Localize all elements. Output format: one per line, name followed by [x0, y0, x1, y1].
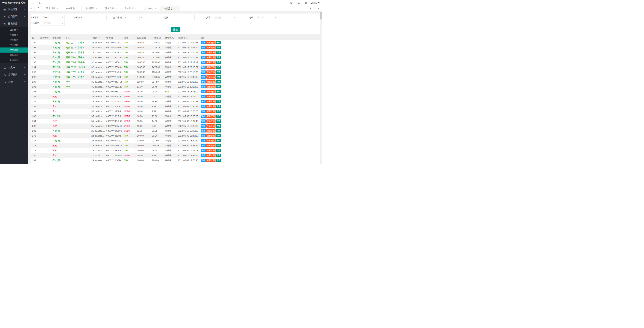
review-button[interactable]: 审核 — [201, 56, 206, 59]
tab-member-center[interactable]: 会员中心× — [140, 6, 160, 11]
details-button[interactable]: 详情 — [216, 105, 221, 108]
view-transaction-button[interactable]: 查看交易 — [206, 90, 216, 93]
details-button[interactable]: 详情 — [216, 41, 221, 44]
view-transaction-button[interactable]: 查看交易 — [206, 154, 216, 157]
review-button[interactable]: 审核 — [201, 120, 206, 123]
review-button[interactable]: 审核 — [201, 80, 206, 84]
details-button[interactable]: 详情 — [216, 110, 221, 113]
details-button[interactable]: 详情 — [216, 100, 221, 103]
sidebar-item-member-management[interactable]: 会员管理 — [0, 13, 28, 20]
tab-close-icon[interactable]: × — [135, 7, 136, 10]
review-button[interactable]: 审核 — [201, 51, 206, 54]
sidebar-item-accounts[interactable]: 出入账 — [0, 64, 28, 71]
game-select[interactable]: -请选择- — [255, 15, 278, 20]
review-button[interactable]: 审核 — [201, 110, 206, 113]
sidebar-subitem-bet-flow[interactable]: 投注流水 — [0, 43, 28, 48]
view-transaction-button[interactable]: 查看交易 — [206, 134, 216, 137]
details-button[interactable]: 详情 — [216, 159, 221, 162]
details-button[interactable]: 详情 — [216, 154, 221, 157]
view-transaction-button[interactable]: 查看交易 — [206, 56, 216, 59]
view-transaction-button[interactable]: 查看交易 — [206, 105, 216, 108]
tab-close-icon[interactable]: × — [155, 7, 156, 10]
search-content-input[interactable] — [84, 15, 106, 20]
review-button[interactable]: 审核 — [201, 134, 206, 137]
view-transaction-button[interactable]: 查看交易 — [206, 75, 216, 79]
search-type-select[interactable]: 用户名 — [41, 15, 64, 20]
user-menu[interactable]: admin — [310, 0, 320, 6]
tab-home[interactable] — [34, 6, 42, 11]
details-button[interactable]: 详情 — [216, 139, 221, 142]
tab-win-flow[interactable]: 中奖流水× — [160, 6, 180, 11]
sidebar-item-system-settings[interactable]: 系统设定 — [0, 6, 28, 13]
review-button[interactable]: 审核 — [201, 159, 206, 162]
tab-basic-settings[interactable]: 基本设置× — [42, 6, 62, 11]
view-transaction-button[interactable]: 查看交易 — [206, 61, 216, 64]
refresh-icon[interactable] — [38, 0, 43, 6]
sidebar-subitem-rebate-flow[interactable]: 返水流水 — [0, 58, 28, 63]
details-button[interactable]: 详情 — [216, 71, 221, 74]
review-button[interactable]: 审核 — [201, 95, 206, 98]
tab-app-help[interactable]: APP帮助× — [62, 6, 82, 11]
review-button[interactable]: 审核 — [201, 115, 206, 118]
review-button[interactable]: 审核 — [201, 139, 206, 142]
vertical-scrollbar[interactable] — [320, 12, 322, 20]
view-transaction-button[interactable]: 查看交易 — [206, 115, 216, 118]
bet-status-select[interactable]: -请选择- — [41, 21, 64, 26]
sidebar-subitem-commission-flow[interactable]: 佣金流水 — [0, 53, 28, 58]
balance-max-field[interactable] — [142, 16, 152, 20]
details-button[interactable]: 详情 — [216, 75, 221, 79]
details-button[interactable]: 详情 — [216, 95, 221, 98]
details-button[interactable]: 详情 — [216, 46, 221, 49]
tab-close-icon[interactable]: × — [57, 7, 58, 10]
currency-select[interactable]: -请选择- — [212, 15, 236, 20]
balance-min-input[interactable]: ¥ — [123, 15, 136, 20]
review-button[interactable]: 审核 — [201, 90, 206, 93]
view-transaction-button[interactable]: 查看交易 — [206, 100, 216, 103]
sidebar-subitem-team-report[interactable]: 团队报表 — [0, 27, 28, 32]
details-button[interactable]: 详情 — [216, 134, 221, 137]
sidebar-subitem-daily-report[interactable]: 每日报表 — [0, 32, 28, 37]
view-transaction-button[interactable]: 查看交易 — [206, 85, 216, 88]
review-button[interactable]: 审核 — [201, 124, 206, 128]
review-button[interactable]: 审核 — [201, 85, 206, 88]
view-transaction-button[interactable]: 查看交易 — [206, 80, 216, 84]
sidebar-subitem-global-stats[interactable]: 全局统计 — [0, 37, 28, 43]
time-input[interactable] — [170, 15, 194, 20]
review-button[interactable]: 审核 — [201, 154, 206, 157]
details-button[interactable]: 详情 — [216, 115, 221, 118]
balance-min-field[interactable] — [126, 16, 136, 20]
tab-close-icon[interactable]: × — [96, 7, 97, 10]
review-button[interactable]: 审核 — [201, 100, 206, 103]
tabs-menu-button[interactable] — [314, 6, 322, 11]
tab-rebate-settings[interactable]: 返水设置× — [121, 6, 140, 11]
details-button[interactable]: 详情 — [216, 129, 221, 133]
details-button[interactable]: 详情 — [216, 61, 221, 64]
details-button[interactable]: 详情 — [216, 66, 221, 69]
view-transaction-button[interactable]: 查看交易 — [206, 110, 216, 113]
view-transaction-button[interactable]: 查看交易 — [206, 51, 216, 54]
review-button[interactable]: 审核 — [201, 66, 206, 69]
tab-close-icon[interactable]: × — [116, 7, 117, 10]
tab-commission-settings[interactable]: 佣金设置× — [101, 6, 121, 11]
review-button[interactable]: 审核 — [201, 129, 206, 133]
details-button[interactable]: 详情 — [216, 85, 221, 88]
review-button[interactable]: 审核 — [201, 144, 206, 147]
review-button[interactable]: 审核 — [201, 41, 206, 44]
details-button[interactable]: 详情 — [216, 120, 221, 123]
details-button[interactable]: 详情 — [216, 144, 221, 147]
collapse-menu-icon[interactable] — [30, 0, 36, 6]
sidebar-item-other[interactable]: 其他 — [0, 78, 28, 85]
sidebar-item-currency-exchange[interactable]: $货币兑换 — [0, 71, 28, 78]
view-transaction-button[interactable]: 查看交易 — [206, 129, 216, 133]
view-transaction-button[interactable]: 查看交易 — [206, 66, 216, 69]
details-button[interactable]: 详情 — [216, 51, 221, 54]
view-transaction-button[interactable]: 查看交易 — [206, 71, 216, 74]
view-transaction-button[interactable]: 查看交易 — [206, 120, 216, 123]
details-button[interactable]: 详情 — [216, 90, 221, 93]
fullscreen-icon[interactable] — [303, 0, 309, 6]
tab-close-icon[interactable]: × — [174, 8, 176, 10]
view-transaction-button[interactable]: 查看交易 — [206, 46, 216, 49]
view-transaction-button[interactable]: 查看交易 — [206, 149, 216, 152]
tabs-scroll-left-button[interactable]: « — [28, 6, 34, 11]
palette-icon[interactable] — [288, 0, 294, 6]
